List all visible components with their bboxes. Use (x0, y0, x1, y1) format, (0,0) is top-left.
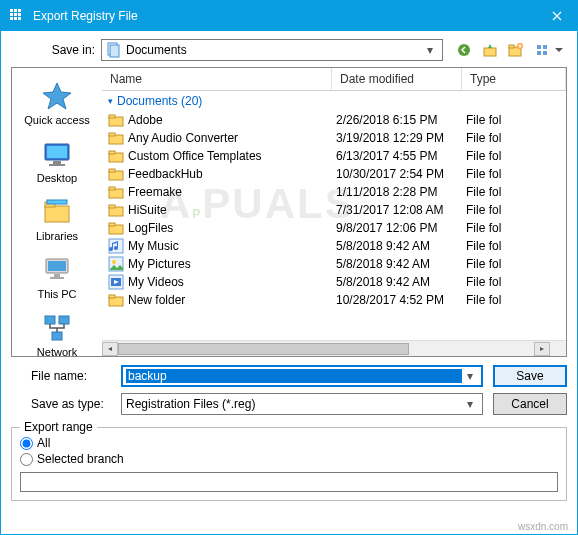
save-as-type-combo[interactable]: Registration Files (*.reg) ▾ (121, 393, 483, 415)
new-folder-button[interactable] (505, 39, 527, 61)
folder-icon (108, 184, 124, 200)
sidebar-item-libraries[interactable]: Libraries (17, 192, 97, 246)
svg-rect-34 (52, 332, 62, 340)
file-name-input[interactable]: backup ▾ (121, 365, 483, 387)
svg-rect-36 (109, 115, 115, 118)
places-sidebar: Quick access Desktop Libraries This PC N… (12, 68, 102, 356)
scroll-right-arrow[interactable]: ▸ (534, 342, 550, 356)
network-icon (41, 312, 73, 344)
svg-rect-32 (45, 316, 55, 324)
radio-all-label: All (37, 436, 50, 450)
export-range-selected[interactable]: Selected branch (20, 452, 558, 466)
cancel-button[interactable]: Cancel (493, 393, 567, 415)
radio-selected-label: Selected branch (37, 452, 124, 466)
svg-rect-9 (18, 17, 21, 20)
list-item[interactable]: HiSuite7/31/2017 12:08 AMFile fol (102, 201, 566, 219)
item-type: File fol (466, 275, 560, 289)
horizontal-scrollbar[interactable]: ◂ ▸ (102, 340, 566, 356)
radio-selected[interactable] (20, 453, 33, 466)
item-type: File fol (466, 131, 560, 145)
item-name: My Videos (128, 275, 336, 289)
item-type: File fol (466, 203, 560, 217)
item-date: 5/8/2018 9:42 AM (336, 239, 466, 253)
file-name-label: File name: (11, 369, 111, 383)
up-button[interactable] (479, 39, 501, 61)
svg-rect-33 (59, 316, 69, 324)
export-range-all[interactable]: All (20, 436, 558, 450)
item-name: Any Audio Converter (128, 131, 336, 145)
svg-rect-23 (53, 161, 61, 164)
item-date: 9/8/2017 12:06 PM (336, 221, 466, 235)
svg-rect-2 (14, 9, 17, 12)
sidebar-item-label: This PC (37, 288, 76, 300)
chevron-down-icon: ▾ (422, 43, 438, 57)
list-item[interactable]: My Music5/8/2018 9:42 AMFile fol (102, 237, 566, 255)
folder-icon (108, 220, 124, 236)
sidebar-item-desktop[interactable]: Desktop (17, 134, 97, 188)
list-item[interactable]: Custom Office Templates6/13/2017 4:55 PM… (102, 147, 566, 165)
scroll-left-arrow[interactable]: ◂ (102, 342, 118, 356)
svg-rect-30 (54, 274, 60, 277)
sidebar-item-quick-access[interactable]: Quick access (17, 76, 97, 130)
selected-branch-input[interactable] (20, 472, 558, 492)
svg-rect-18 (543, 45, 547, 49)
scroll-thumb[interactable] (118, 343, 409, 355)
list-item[interactable]: FeedbackHub10/30/2017 2:54 PMFile fol (102, 165, 566, 183)
list-item[interactable]: Adobe2/26/2018 6:15 PMFile fol (102, 111, 566, 129)
list-item[interactable]: New folder10/28/2017 4:52 PMFile fol (102, 291, 566, 309)
app-icon (9, 8, 25, 24)
list-item[interactable]: My Pictures5/8/2018 9:42 AMFile fol (102, 255, 566, 273)
svg-rect-8 (14, 17, 17, 20)
sidebar-item-network[interactable]: Network (17, 308, 97, 362)
svg-point-12 (458, 44, 470, 56)
folder-icon (108, 166, 124, 182)
svg-rect-55 (109, 295, 115, 298)
item-date: 5/8/2018 9:42 AM (336, 275, 466, 289)
folder-icon (108, 292, 124, 308)
column-name[interactable]: Name (102, 68, 332, 90)
column-date-modified[interactable]: Date modified (332, 68, 462, 90)
folder-icon (108, 202, 124, 218)
radio-all[interactable] (20, 437, 33, 450)
item-date: 10/28/2017 4:52 PM (336, 293, 466, 307)
folder-icon (108, 274, 124, 290)
save-as-type-value: Registration Files (*.reg) (126, 397, 462, 411)
svg-rect-27 (47, 200, 67, 204)
svg-rect-25 (45, 206, 69, 222)
save-in-combo[interactable]: Documents ▾ (101, 39, 443, 61)
svg-rect-46 (109, 205, 115, 208)
svg-rect-5 (14, 13, 17, 16)
folder-icon (108, 112, 124, 128)
list-item[interactable]: My Videos5/8/2018 9:42 AMFile fol (102, 273, 566, 291)
file-name-value: backup (126, 369, 462, 383)
list-item[interactable]: Freemake1/11/2018 2:28 PMFile fol (102, 183, 566, 201)
svg-rect-48 (109, 223, 115, 226)
file-list-header[interactable]: Name Date modified Type (102, 68, 566, 91)
svg-rect-31 (50, 277, 64, 279)
item-type: File fol (466, 185, 560, 199)
views-button[interactable] (531, 39, 567, 61)
desktop-icon (41, 138, 73, 170)
svg-rect-20 (543, 51, 547, 55)
svg-rect-19 (537, 51, 541, 55)
item-type: File fol (466, 221, 560, 235)
folder-icon (108, 148, 124, 164)
group-header[interactable]: ▾Documents (20) (102, 91, 566, 111)
column-type[interactable]: Type (462, 68, 566, 90)
save-button[interactable]: Save (493, 365, 567, 387)
list-item[interactable]: Any Audio Converter3/19/2018 12:29 PMFil… (102, 129, 566, 147)
svg-rect-1 (10, 9, 13, 12)
back-button[interactable] (453, 39, 475, 61)
item-date: 3/19/2018 12:29 PM (336, 131, 466, 145)
sidebar-item-this-pc[interactable]: This PC (17, 250, 97, 304)
item-type: File fol (466, 167, 560, 181)
file-list: Name Date modified Type ▾Documents (20)A… (102, 68, 566, 356)
export-range-group: Export range All Selected branch (11, 427, 567, 501)
star-icon (41, 80, 73, 112)
item-name: Freemake (128, 185, 336, 199)
close-button[interactable] (537, 1, 577, 31)
list-item[interactable]: LogFiles9/8/2017 12:06 PMFile fol (102, 219, 566, 237)
folder-icon (108, 238, 124, 254)
item-name: My Music (128, 239, 336, 253)
export-range-legend: Export range (20, 420, 97, 434)
